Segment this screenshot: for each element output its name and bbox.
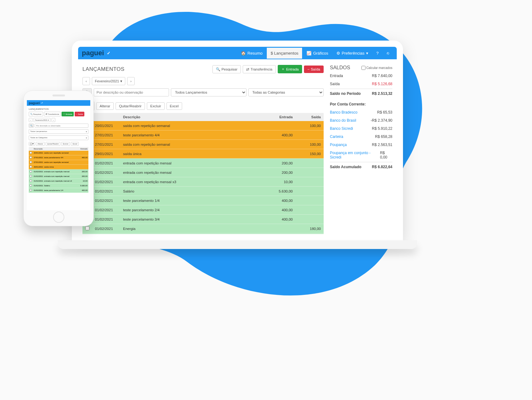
row-value: 400,00 — [78, 188, 88, 193]
prev-month-button[interactable]: ‹ — [82, 77, 90, 85]
phone-table-row[interactable]: 01/02/2021 entrada com repetição mensal2… — [29, 169, 88, 174]
row-desc: saída com repetição semanal — [120, 140, 267, 149]
phone-excel[interactable]: Excel — [71, 142, 79, 146]
row-checkbox[interactable] — [30, 189, 32, 191]
account-link[interactable]: Carteira — [330, 134, 343, 139]
row-saida: 150,00 — [296, 149, 324, 159]
phone-table-row[interactable]: 20/01/2021 saída com repetição semanal — [29, 151, 88, 155]
row-entrada: 10,00 — [267, 177, 296, 187]
table-row[interactable]: 20/01/2021 saída com repetição semanal 1… — [82, 121, 324, 130]
row-entrada: 200,00 — [267, 168, 296, 177]
row-checkbox[interactable] — [30, 156, 32, 159]
table-row[interactable]: 27/01/2021 saída com repetição semanal 1… — [82, 140, 324, 149]
calcular-marcados-checkbox[interactable]: Calcular marcados — [361, 66, 392, 70]
pesquisar-button[interactable]: 🔍Pesquisar — [212, 65, 241, 73]
nav-help[interactable]: ? — [373, 48, 382, 59]
row-desc: teste parcelamento 1/4 — [120, 196, 267, 205]
phone-select-all[interactable]: ▾ — [29, 142, 35, 146]
phone-month[interactable]: Fevereiro/2021 ▾ — [33, 118, 51, 122]
nav-logout[interactable]: ⎋ — [383, 48, 393, 59]
account-value: -R$ 2.374,90 — [371, 118, 392, 123]
row-checkbox[interactable] — [30, 161, 32, 163]
account-link[interactable]: Poupança — [330, 143, 347, 147]
phone-table-row[interactable]: 01/02/2021 entrada com repetição mensal2… — [29, 174, 88, 179]
excluir-button[interactable]: Excluir — [147, 102, 165, 110]
account-link[interactable]: Poupança em conjunto - Sicredi — [330, 151, 380, 159]
phone-excluir[interactable]: Excluir — [61, 142, 70, 146]
row-value — [78, 160, 88, 165]
row-date: 01/02/2021 — [92, 233, 120, 234]
row-checkbox[interactable] — [30, 180, 32, 182]
phone-table-row[interactable]: 27/01/2021 saída com repetição semanal — [29, 160, 88, 165]
table-row[interactable]: 01/02/2021 entrada com repetição mensal … — [82, 168, 324, 177]
saldos-title: SALDOS — [330, 65, 350, 71]
month-selector[interactable]: Fevereiro/2021 ▾ — [92, 77, 125, 85]
table-row[interactable]: 01/02/2021 entrada com repetição mensal … — [82, 177, 324, 187]
row-saida — [296, 187, 324, 196]
laptop-mockup: paguei ✓ 🏠Resumo $ Lançamentos 📈Gráficos… — [72, 41, 403, 249]
table-row[interactable]: 01/02/2021 teste parcelamento 3/4 400,00 — [82, 215, 324, 224]
row-value: 200,00 — [78, 169, 88, 174]
row-desc: Energia — [120, 233, 267, 234]
row-checkbox[interactable] — [30, 166, 32, 168]
excel-button[interactable]: Excel — [167, 102, 182, 110]
phone-quitar[interactable]: Quitar/Reabrir — [46, 142, 61, 146]
phone-search-input[interactable] — [35, 124, 88, 128]
quitar-button[interactable]: Quitar/Reabrir — [116, 102, 145, 110]
saida-button[interactable]: −Saída — [304, 66, 324, 73]
phone-filter-cat[interactable]: Todas as Categorias▾ — [29, 135, 88, 140]
row-date: 01/02/2021 — [92, 187, 120, 196]
phone-next-month[interactable]: › — [52, 118, 55, 122]
search-input[interactable] — [94, 88, 169, 96]
phone-table-row[interactable]: 01/02/2021 entrada com repetição mensal … — [29, 179, 88, 183]
alterar-button[interactable]: Alterar — [96, 102, 114, 110]
row-checkbox[interactable] — [30, 175, 32, 177]
row-value: 10,00 — [78, 179, 88, 183]
row-checkbox[interactable] — [30, 152, 32, 154]
row-saida: 100,00 — [296, 121, 324, 130]
table-row[interactable]: 01/02/2021 Energia 180,00 — [82, 233, 324, 234]
row-content: 01/02/2021 entrada com repetição mensal — [33, 169, 78, 174]
row-checkbox[interactable] — [85, 226, 89, 230]
minus-icon: − — [307, 67, 310, 71]
nav-resumo[interactable]: 🏠Resumo — [237, 48, 266, 59]
phone-alterar[interactable]: Alterar — [36, 142, 45, 146]
phone-filter-lanc[interactable]: Todos Lançamentos▾ — [29, 129, 88, 134]
phone-table-row[interactable]: 01/02/2021 teste parcelamento 1/4400,00 — [29, 188, 88, 193]
nav-preferencias[interactable]: ⚙Preferências ▾ — [333, 48, 372, 59]
phone-table-row[interactable]: 01/02/2021 Salário5.630,00 — [29, 183, 88, 188]
filter-categorias-select[interactable]: Todas as Categorias — [248, 88, 324, 96]
account-link[interactable]: Banco do Brasil — [330, 118, 356, 123]
table-row[interactable]: 01/02/2021 entrada com repetição mensal … — [82, 159, 324, 168]
transferencia-button[interactable]: ⇄Transferência — [243, 65, 276, 73]
account-link[interactable]: Banco Bradesco — [330, 110, 357, 115]
row-checkbox[interactable] — [30, 170, 32, 173]
filter-lancamentos-select[interactable]: Todos Lançamentos — [171, 88, 246, 96]
table-row[interactable]: 01/02/2021 Salário 5.630,00 — [82, 187, 324, 196]
row-checkbox[interactable] — [30, 184, 32, 187]
row-date: 01/02/2021 — [92, 168, 120, 177]
nav-graficos[interactable]: 📈Gráficos — [303, 48, 332, 59]
table-row[interactable]: 01/02/2021 teste parcelamento 1/4 400,00 — [82, 196, 324, 205]
phone-table-row[interactable]: 27/01/2021 teste parcelamento 4/4400,00 — [29, 155, 88, 160]
table-row[interactable]: 01/02/2021 teste parcelamento 2/4 400,00 — [82, 205, 324, 215]
nav-lancamentos[interactable]: $ Lançamentos — [267, 48, 302, 59]
entrada-button[interactable]: ＋Entrada — [278, 65, 302, 73]
phone-table: DescriçãoEntrada 20/01/2021 saída com re… — [29, 147, 88, 193]
row-saida: 100,00 — [296, 140, 324, 149]
row-saida: 180,00 — [296, 224, 324, 233]
row-date: 20/01/2021 — [92, 121, 120, 130]
phone-entrada-button[interactable]: ＋ Entrada — [62, 112, 74, 116]
phone-prev-month[interactable]: ‹ — [29, 118, 32, 122]
next-month-button[interactable]: › — [127, 77, 135, 85]
table-row[interactable]: 27/01/2021 teste parcelamento 4/4 400,00 — [82, 130, 324, 140]
account-link[interactable]: Banco Sicredi — [330, 126, 353, 131]
phone-table-row[interactable]: 29/01/2021 saída única — [29, 165, 88, 169]
phone-saida-button[interactable]: − Saída — [75, 112, 84, 116]
table-row[interactable]: 01/02/2021 Energia 180,00 — [82, 224, 324, 233]
phone-pesquisar-button[interactable]: 🔍 Pesquisar — [29, 112, 43, 116]
table-row[interactable]: 29/01/2021 saída única 150,00 — [82, 149, 324, 159]
phone-transferencia-button[interactable]: ⇄ Transferência — [44, 112, 61, 116]
row-entrada: 200,00 — [267, 159, 296, 168]
laptop-base — [58, 240, 417, 249]
